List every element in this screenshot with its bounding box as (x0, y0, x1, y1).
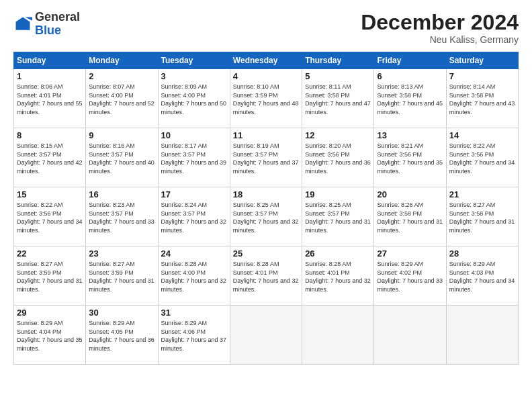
day-cell: 3 Sunrise: 8:09 AMSunset: 4:00 PMDayligh… (158, 69, 230, 128)
week-row-1: 1 Sunrise: 8:06 AMSunset: 4:01 PMDayligh… (14, 69, 519, 128)
header: General Blue December 2024 Neu Kaliss, G… (13, 11, 519, 45)
day-cell: 5 Sunrise: 8:11 AMSunset: 3:58 PMDayligh… (302, 69, 374, 128)
day-info: Sunrise: 8:24 AMSunset: 3:57 PMDaylight:… (161, 201, 227, 234)
weekday-header-friday: Friday (374, 52, 446, 69)
day-number: 15 (17, 189, 83, 199)
location: Neu Kaliss, Germany (361, 34, 519, 45)
logo: General Blue (13, 11, 80, 38)
day-info: Sunrise: 8:28 AMSunset: 4:01 PMDaylight:… (233, 260, 299, 293)
day-cell: 26 Sunrise: 8:28 AMSunset: 4:01 PMDaylig… (302, 246, 374, 306)
day-info: Sunrise: 8:29 AMSunset: 4:03 PMDaylight:… (449, 260, 515, 293)
logo-icon (13, 15, 32, 34)
day-number: 13 (377, 130, 443, 140)
day-info: Sunrise: 8:20 AMSunset: 3:56 PMDaylight:… (305, 142, 371, 175)
day-info: Sunrise: 8:25 AMSunset: 3:57 PMDaylight:… (233, 201, 299, 234)
day-number: 30 (89, 308, 154, 318)
day-info: Sunrise: 8:28 AMSunset: 4:00 PMDaylight:… (161, 260, 227, 293)
day-cell: 28 Sunrise: 8:29 AMSunset: 4:03 PMDaylig… (446, 246, 518, 306)
day-number: 3 (161, 71, 227, 81)
day-info: Sunrise: 8:11 AMSunset: 3:58 PMDaylight:… (305, 83, 371, 116)
day-info: Sunrise: 8:29 AMSunset: 4:02 PMDaylight:… (377, 260, 443, 293)
day-cell: 15 Sunrise: 8:22 AMSunset: 3:56 PMDaylig… (14, 187, 86, 246)
day-cell: 30 Sunrise: 8:29 AMSunset: 4:05 PMDaylig… (86, 306, 158, 365)
week-row-2: 8 Sunrise: 8:15 AMSunset: 3:57 PMDayligh… (14, 128, 519, 187)
day-info: Sunrise: 8:10 AMSunset: 3:59 PMDaylight:… (233, 83, 299, 116)
day-cell: 21 Sunrise: 8:27 AMSunset: 3:58 PMDaylig… (446, 187, 518, 246)
day-number: 8 (17, 130, 83, 140)
day-number: 24 (161, 248, 227, 259)
day-cell: 31 Sunrise: 8:29 AMSunset: 4:06 PMDaylig… (158, 306, 230, 365)
day-cell: 18 Sunrise: 8:25 AMSunset: 3:57 PMDaylig… (230, 187, 302, 246)
calendar: SundayMondayTuesdayWednesdayThursdayFrid… (13, 52, 519, 365)
weekday-header-monday: Monday (86, 52, 158, 69)
day-cell: 4 Sunrise: 8:10 AMSunset: 3:59 PMDayligh… (230, 69, 302, 128)
day-info: Sunrise: 8:19 AMSunset: 3:57 PMDaylight:… (233, 142, 299, 175)
day-number: 1 (17, 71, 83, 81)
day-number: 12 (305, 130, 371, 140)
day-cell (230, 306, 302, 365)
day-info: Sunrise: 8:07 AMSunset: 4:00 PMDaylight:… (89, 83, 154, 116)
day-info: Sunrise: 8:25 AMSunset: 3:57 PMDaylight:… (305, 201, 371, 234)
weekday-header-row: SundayMondayTuesdayWednesdayThursdayFrid… (14, 52, 519, 69)
day-info: Sunrise: 8:15 AMSunset: 3:57 PMDaylight:… (17, 142, 83, 175)
day-info: Sunrise: 8:26 AMSunset: 3:58 PMDaylight:… (377, 201, 443, 234)
weekday-header-saturday: Saturday (446, 52, 518, 69)
day-number: 21 (449, 189, 515, 199)
day-info: Sunrise: 8:23 AMSunset: 3:57 PMDaylight:… (89, 201, 154, 234)
day-cell (374, 306, 446, 365)
day-cell: 13 Sunrise: 8:21 AMSunset: 3:56 PMDaylig… (374, 128, 446, 187)
day-number: 11 (233, 130, 299, 140)
day-cell: 9 Sunrise: 8:16 AMSunset: 3:57 PMDayligh… (86, 128, 158, 187)
day-cell: 20 Sunrise: 8:26 AMSunset: 3:58 PMDaylig… (374, 187, 446, 246)
day-number: 20 (377, 189, 443, 199)
day-info: Sunrise: 8:27 AMSunset: 3:59 PMDaylight:… (89, 260, 154, 293)
day-info: Sunrise: 8:22 AMSunset: 3:56 PMDaylight:… (449, 142, 515, 175)
day-cell: 7 Sunrise: 8:14 AMSunset: 3:58 PMDayligh… (446, 69, 518, 128)
svg-marker-0 (16, 17, 30, 30)
day-number: 14 (449, 130, 515, 140)
day-cell: 16 Sunrise: 8:23 AMSunset: 3:57 PMDaylig… (86, 187, 158, 246)
week-row-3: 15 Sunrise: 8:22 AMSunset: 3:56 PMDaylig… (14, 187, 519, 246)
day-number: 17 (161, 189, 227, 199)
day-number: 26 (305, 248, 371, 259)
day-cell: 2 Sunrise: 8:07 AMSunset: 4:00 PMDayligh… (86, 69, 158, 128)
title-area: December 2024 Neu Kaliss, Germany (361, 11, 519, 45)
day-cell: 25 Sunrise: 8:28 AMSunset: 4:01 PMDaylig… (230, 246, 302, 306)
day-number: 9 (89, 130, 154, 140)
day-number: 16 (89, 189, 154, 199)
day-number: 28 (449, 248, 515, 259)
day-number: 4 (233, 71, 299, 81)
day-info: Sunrise: 8:28 AMSunset: 4:01 PMDaylight:… (305, 260, 371, 293)
weekday-header-wednesday: Wednesday (230, 52, 302, 69)
day-info: Sunrise: 8:14 AMSunset: 3:58 PMDaylight:… (449, 83, 515, 116)
week-row-5: 29 Sunrise: 8:29 AMSunset: 4:04 PMDaylig… (14, 306, 519, 365)
day-cell: 19 Sunrise: 8:25 AMSunset: 3:57 PMDaylig… (302, 187, 374, 246)
day-cell: 17 Sunrise: 8:24 AMSunset: 3:57 PMDaylig… (158, 187, 230, 246)
day-cell: 24 Sunrise: 8:28 AMSunset: 4:00 PMDaylig… (158, 246, 230, 306)
day-cell: 14 Sunrise: 8:22 AMSunset: 3:56 PMDaylig… (446, 128, 518, 187)
day-number: 18 (233, 189, 299, 199)
day-cell: 23 Sunrise: 8:27 AMSunset: 3:59 PMDaylig… (86, 246, 158, 306)
day-cell: 11 Sunrise: 8:19 AMSunset: 3:57 PMDaylig… (230, 128, 302, 187)
day-cell: 22 Sunrise: 8:27 AMSunset: 3:59 PMDaylig… (14, 246, 86, 306)
day-number: 6 (377, 71, 443, 81)
day-cell: 29 Sunrise: 8:29 AMSunset: 4:04 PMDaylig… (14, 306, 86, 365)
day-info: Sunrise: 8:22 AMSunset: 3:56 PMDaylight:… (17, 201, 83, 234)
day-info: Sunrise: 8:21 AMSunset: 3:56 PMDaylight:… (377, 142, 443, 175)
day-cell: 8 Sunrise: 8:15 AMSunset: 3:57 PMDayligh… (14, 128, 86, 187)
day-cell (302, 306, 374, 365)
weekday-header-sunday: Sunday (14, 52, 86, 69)
day-number: 29 (17, 308, 83, 318)
weekday-header-thursday: Thursday (302, 52, 374, 69)
month-title: December 2024 (361, 11, 519, 34)
day-cell: 12 Sunrise: 8:20 AMSunset: 3:56 PMDaylig… (302, 128, 374, 187)
day-cell: 10 Sunrise: 8:17 AMSunset: 3:57 PMDaylig… (158, 128, 230, 187)
day-number: 27 (377, 248, 443, 259)
day-info: Sunrise: 8:13 AMSunset: 3:58 PMDaylight:… (377, 83, 443, 116)
day-number: 22 (17, 248, 83, 259)
day-info: Sunrise: 8:16 AMSunset: 3:57 PMDaylight:… (89, 142, 154, 175)
day-number: 2 (89, 71, 154, 81)
day-info: Sunrise: 8:29 AMSunset: 4:06 PMDaylight:… (161, 319, 227, 353)
logo-blue-text: Blue (35, 24, 61, 37)
day-cell: 6 Sunrise: 8:13 AMSunset: 3:58 PMDayligh… (374, 69, 446, 128)
